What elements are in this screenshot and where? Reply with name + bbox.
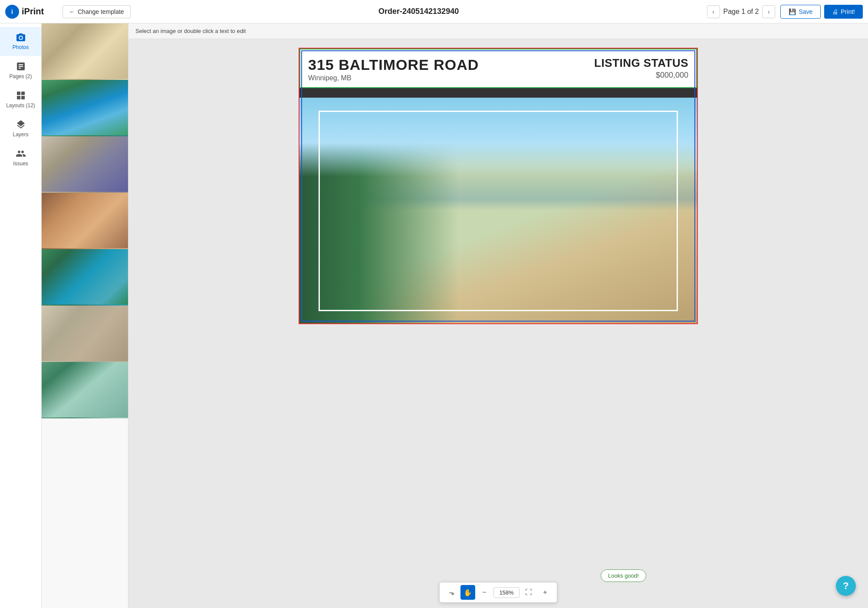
help-button[interactable]: ? — [836, 576, 856, 596]
zoom-in-button[interactable]: + — [538, 585, 552, 600]
canvas-hint: Select an image or double click a text t… — [128, 23, 868, 39]
change-template-label: Change template — [78, 8, 124, 15]
cursor-icon: ⬎ — [449, 588, 454, 597]
sidebar-photos-label: Photos — [13, 44, 29, 50]
arrow-left-icon: ← — [69, 8, 75, 15]
looks-good-text: Looks good! — [608, 572, 639, 579]
select-tool-button[interactable]: ⬎ — [444, 585, 459, 600]
bottom-toolbar: ⬎ ✋ − 158% ⛶ + — [439, 582, 557, 603]
flyer-divider — [299, 88, 697, 98]
zoom-in-icon: + — [543, 588, 547, 596]
layouts-icon — [16, 90, 26, 101]
zoom-level: 158% — [493, 587, 519, 598]
camera-icon — [16, 32, 26, 43]
flyer-address[interactable]: 315 BALTIMORE ROAD — [308, 56, 479, 73]
looks-good-badge: Looks good! — [601, 569, 646, 582]
sidebar-item-pages[interactable]: Pages (2) — [0, 56, 41, 85]
photo-thumb-7[interactable] — [42, 362, 128, 418]
pagination: ‹ Page 1 of 2 › — [707, 5, 776, 18]
flyer-price[interactable]: $000,000 — [594, 71, 688, 80]
flyer-main-photo[interactable] — [299, 98, 697, 323]
logo-letter: i — [11, 8, 13, 15]
pan-tool-button[interactable]: ✋ — [460, 585, 475, 600]
flyer-listing-status[interactable]: LISTING STATUS — [594, 56, 688, 70]
page-prev-button[interactable]: ‹ — [707, 5, 720, 18]
main-layout: Photos Pages (2) Layouts (12) Layers — [0, 23, 868, 608]
flyer-city[interactable]: Winnipeg, MB — [308, 74, 479, 82]
print-icon: 🖨 — [832, 8, 838, 15]
photo-thumb-1[interactable] — [42, 23, 128, 80]
photo-thumb-4[interactable] — [42, 193, 128, 249]
zoom-out-icon: − — [482, 588, 486, 596]
sidebar-layouts-label: Layouts (12) — [6, 102, 35, 108]
zoom-value: 158% — [499, 589, 513, 596]
app-name: iPrint — [22, 7, 44, 16]
print-label: Print! — [841, 8, 855, 15]
page-next-button[interactable]: › — [762, 5, 775, 18]
sidebar: Photos Pages (2) Layouts (12) Layers — [0, 23, 42, 608]
photo-thumb-2[interactable] — [42, 80, 128, 136]
zoom-out-button[interactable]: − — [477, 585, 492, 600]
issues-icon — [16, 148, 26, 159]
photos-panel — [42, 23, 128, 608]
canvas-hint-text: Select an image or double click a text t… — [135, 28, 246, 34]
save-icon: 💾 — [789, 8, 796, 15]
sidebar-layers-label: Layers — [13, 131, 28, 138]
photo-thumb-3[interactable] — [42, 136, 128, 193]
flyer-header: 315 BALTIMORE ROAD Winnipeg, MB LISTING … — [299, 49, 697, 88]
save-button[interactable]: 💾 Save — [780, 5, 821, 19]
layers-icon — [16, 119, 26, 130]
fullscreen-icon: ⛶ — [525, 588, 532, 596]
canvas-scroll[interactable]: 315 BALTIMORE ROAD Winnipeg, MB LISTING … — [128, 39, 868, 608]
scene-colors — [299, 98, 697, 323]
pages-icon — [16, 61, 26, 72]
page-canvas[interactable]: 315 BALTIMORE ROAD Winnipeg, MB LISTING … — [299, 48, 698, 324]
app-header: i iPrint ← Change template Order-2405142… — [0, 0, 868, 23]
print-button[interactable]: 🖨 Print! — [824, 5, 863, 19]
hand-icon: ✋ — [464, 588, 472, 597]
sidebar-item-issues[interactable]: Issues — [0, 143, 41, 172]
app-logo: i iPrint — [5, 5, 57, 19]
help-icon: ? — [843, 580, 848, 592]
sidebar-issues-label: Issues — [13, 161, 28, 167]
canvas-area: Select an image or double click a text t… — [128, 23, 868, 608]
photo-thumb-5[interactable] — [42, 249, 128, 306]
photo-thumb-6[interactable] — [42, 306, 128, 362]
logo-icon: i — [5, 5, 19, 19]
header-actions: 💾 Save 🖨 Print! — [780, 5, 863, 19]
sidebar-item-layers[interactable]: Layers — [0, 114, 41, 143]
change-template-button[interactable]: ← Change template — [62, 5, 131, 18]
fit-screen-button[interactable]: ⛶ — [521, 585, 536, 600]
save-label: Save — [799, 8, 812, 15]
page-info: Page 1 of 2 — [723, 8, 759, 16]
sidebar-item-photos[interactable]: Photos — [0, 27, 41, 56]
order-id: Order-2405142132940 — [136, 7, 702, 16]
sidebar-pages-label: Pages (2) — [9, 73, 32, 79]
sidebar-item-layouts[interactable]: Layouts (12) — [0, 85, 41, 114]
